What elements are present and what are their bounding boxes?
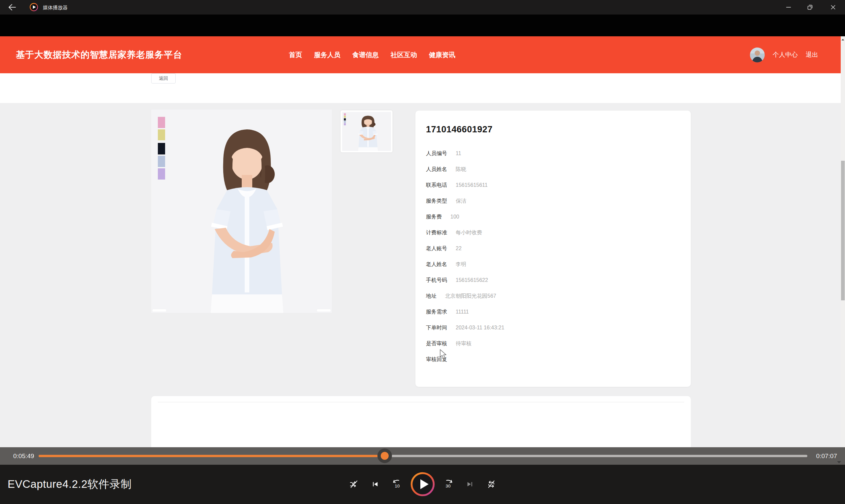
back-icon[interactable] bbox=[6, 2, 17, 12]
field-value: 22 bbox=[456, 246, 462, 252]
nav-menu: 首页 服务人员 食谱信息 社区互动 健康资讯 bbox=[289, 36, 455, 73]
detail-field-row: 下单时间 2024-03-11 16:43:21 bbox=[426, 320, 680, 336]
detail-field-row: 是否审核 待审核 bbox=[426, 336, 680, 352]
svg-text:10: 10 bbox=[395, 484, 400, 488]
next-track-icon bbox=[463, 478, 476, 491]
scrollbar-thumb[interactable] bbox=[841, 161, 845, 300]
field-value: 每小时收费 bbox=[456, 229, 482, 236]
restore-button[interactable] bbox=[803, 0, 817, 15]
nav-menu-item[interactable]: 食谱信息 bbox=[352, 51, 379, 59]
service-person-photo[interactable] bbox=[151, 110, 332, 313]
progress-played bbox=[39, 455, 385, 457]
photo-thumbnail[interactable] bbox=[340, 110, 393, 153]
field-label: 老人账号 bbox=[426, 245, 447, 252]
nav-menu-item[interactable]: 服务人员 bbox=[314, 51, 340, 59]
field-label: 地址 bbox=[426, 293, 437, 300]
detail-field-row: 人员姓名 陈晓 bbox=[426, 161, 680, 177]
field-label: 人员姓名 bbox=[426, 166, 447, 173]
detail-field-row: 计费标准 每小时收费 bbox=[426, 225, 680, 240]
site-brand-title: 基于大数据技术的智慧居家养老服务平台 bbox=[16, 36, 182, 73]
field-label: 下单时间 bbox=[426, 324, 447, 331]
field-value: 李明 bbox=[456, 261, 466, 268]
seekbar: 0:05:49 0:07:07 bbox=[0, 447, 845, 465]
field-label: 计费标准 bbox=[426, 229, 447, 236]
mouse-cursor bbox=[440, 349, 447, 360]
field-label: 老人姓名 bbox=[426, 261, 447, 268]
detail-field-row: 服务类型 保洁 bbox=[426, 193, 680, 209]
scrollbar-down-arrow-icon bbox=[837, 459, 841, 463]
window-title: 媒体播放器 bbox=[43, 5, 68, 11]
field-value: 11 bbox=[456, 150, 461, 157]
field-value: 陈晓 bbox=[456, 166, 466, 173]
comments-section-card bbox=[151, 396, 691, 447]
shuffle-off-icon[interactable] bbox=[347, 478, 360, 491]
window-titlebar: 媒体播放器 bbox=[0, 0, 845, 15]
previous-track-icon[interactable] bbox=[369, 478, 382, 491]
detail-field-row: 服务需求 11111 bbox=[426, 304, 680, 320]
carousel-prev-marker[interactable] bbox=[153, 309, 166, 311]
detail-field-row: 人员编号 11 bbox=[426, 146, 680, 161]
detail-field-row: 手机号码 15615615622 bbox=[426, 272, 680, 288]
detail-field-row: 联系电话 15615615611 bbox=[426, 177, 680, 193]
field-value: 11111 bbox=[456, 309, 469, 315]
nav-user-area: 个人中心 退出 bbox=[750, 36, 818, 73]
logout-link[interactable]: 退出 bbox=[806, 51, 818, 59]
progress-handle[interactable] bbox=[377, 449, 392, 463]
order-id-title: 1710146601927 bbox=[426, 124, 493, 135]
field-label: 是否审核 bbox=[426, 340, 447, 347]
order-detail-fields: 人员编号 11 人员姓名 陈晓 联系电话 15615615611 服务 bbox=[426, 146, 680, 367]
detail-field-row: 老人姓名 李明 bbox=[426, 256, 680, 272]
site-navbar: 基于大数据技术的智慧居家养老服务平台 首页 服务人员 食谱信息 社区互动 健康资… bbox=[0, 36, 841, 73]
player-controlbar: EVCapture4.2.2软件录制 10 bbox=[0, 465, 845, 504]
field-label: 服务费 bbox=[426, 214, 442, 220]
field-label: 联系电话 bbox=[426, 182, 447, 189]
scrollbar-up-arrow-icon[interactable] bbox=[841, 38, 845, 41]
field-value: 100 bbox=[451, 214, 459, 220]
repeat-off-icon[interactable] bbox=[485, 478, 498, 491]
rewind-10-icon[interactable]: 10 bbox=[391, 478, 404, 491]
progress-track[interactable] bbox=[39, 455, 807, 457]
media-player-app-icon bbox=[29, 3, 38, 12]
play-button[interactable] bbox=[410, 472, 435, 497]
field-label: 服务类型 bbox=[426, 198, 447, 205]
field-value: 15615615611 bbox=[456, 182, 488, 188]
forward-30-icon[interactable]: 30 bbox=[441, 478, 455, 491]
field-value: 待审核 bbox=[456, 340, 472, 347]
field-label: 手机号码 bbox=[426, 277, 447, 284]
close-icon[interactable] bbox=[826, 0, 841, 15]
current-time: 0:05:49 bbox=[13, 447, 34, 465]
nav-menu-item[interactable]: 首页 bbox=[289, 51, 302, 59]
page-white-band bbox=[0, 73, 841, 103]
field-label: 人员编号 bbox=[426, 150, 447, 157]
svg-text:30: 30 bbox=[446, 484, 451, 488]
carousel-next-marker[interactable] bbox=[317, 309, 331, 311]
page-scrollbar[interactable] bbox=[841, 36, 845, 447]
order-detail-card: 1710146601927 人员编号 11 人员姓名 陈晓 联系电话 bbox=[416, 111, 691, 387]
nav-menu-item[interactable]: 社区互动 bbox=[391, 51, 417, 59]
nav-menu-item[interactable]: 健康资讯 bbox=[429, 51, 455, 59]
detail-field-row: 审核回复 bbox=[426, 352, 680, 367]
profile-link[interactable]: 个人中心 bbox=[773, 51, 798, 59]
minimize-button[interactable] bbox=[781, 0, 796, 15]
detail-field-row: 服务费 100 bbox=[426, 209, 680, 225]
field-value: 15615615622 bbox=[456, 277, 488, 283]
field-label: 服务需求 bbox=[426, 309, 447, 316]
total-time: 0:07:07 bbox=[816, 447, 837, 465]
section-divider bbox=[158, 402, 684, 402]
return-button[interactable]: 返回 bbox=[151, 73, 176, 84]
detail-field-row: 老人账号 22 bbox=[426, 240, 680, 256]
recording-watermark: EVCapture4.2.2软件录制 bbox=[7, 477, 132, 492]
field-value: 2024-03-11 16:43:21 bbox=[456, 325, 504, 331]
webpage-video-frame: 基于大数据技术的智慧居家养老服务平台 首页 服务人员 食谱信息 社区互动 健康资… bbox=[0, 36, 845, 447]
detail-field-row: 地址 北京朝阳阳光花园567 bbox=[426, 288, 680, 304]
media-player-window: 媒体播放器 基于大数据技术的智慧居家养老服务平台 首页 服务人员 bbox=[0, 0, 845, 504]
field-value: 保洁 bbox=[456, 198, 466, 205]
avatar[interactable] bbox=[750, 48, 765, 62]
field-value: 北京朝阳阳光花园567 bbox=[445, 293, 496, 300]
video-letterbox bbox=[0, 15, 845, 36]
